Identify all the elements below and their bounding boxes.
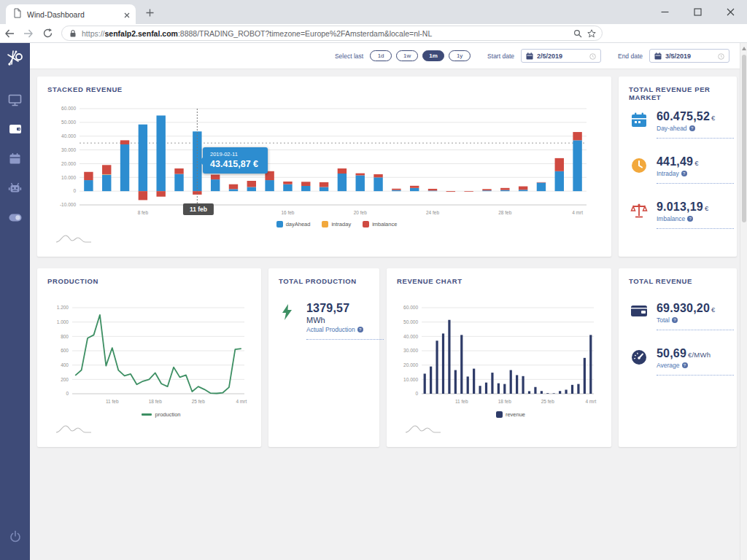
sidebar-item-robot[interactable] [0, 174, 30, 203]
metric-day-ahead: 60.475,52€ Day-ahead [630, 110, 737, 139]
sidebar-item-calendar[interactable] [0, 145, 30, 174]
sidebar-nav [0, 43, 30, 560]
help-icon[interactable] [682, 362, 688, 368]
robot-icon [8, 182, 22, 197]
navigator-sparkline[interactable] [404, 423, 442, 437]
end-date-input[interactable] [649, 49, 729, 63]
window-minimize-button[interactable] [649, 0, 681, 24]
svg-text:30.000: 30.000 [403, 348, 418, 353]
help-icon[interactable] [689, 125, 695, 131]
bolt-icon [280, 302, 299, 340]
svg-text:20.000: 20.000 [61, 161, 76, 166]
chart-legend[interactable]: production [71, 411, 252, 418]
help-icon[interactable] [357, 327, 363, 332]
metric-unit: € [711, 114, 715, 122]
metric-unit: €/MWh [688, 351, 711, 359]
screen: Wind-Dashboard [0, 0, 747, 560]
window-maximize-button[interactable] [681, 0, 714, 24]
metric-unit: € [705, 204, 708, 212]
range-pill-1y[interactable]: 1y [449, 50, 471, 61]
sidebar-item-toggle[interactable] [0, 203, 30, 233]
revenue-chart[interactable]: 60.00050.00040.00030.00020.00010.000011 … [397, 303, 601, 405]
metric-total: 69.930,20€ Total [630, 302, 737, 330]
metric-label: Average [657, 362, 680, 369]
range-pill-1m[interactable]: 1m [422, 50, 444, 61]
refresh-button[interactable] [38, 25, 57, 42]
panel-title: TOTAL REVENUE [629, 277, 692, 285]
navigator-sparkline[interactable] [55, 233, 93, 246]
clock-icon [589, 50, 596, 63]
legend-item[interactable]: intraday [322, 221, 351, 228]
metric-value: 9.013,19 [657, 201, 703, 213]
help-icon[interactable] [687, 216, 693, 222]
start-date-value[interactable] [537, 52, 581, 60]
scrollbar-thumb[interactable] [742, 55, 746, 222]
metric-average: 50,69€/MWh Average [630, 347, 737, 376]
wallet-icon [630, 302, 649, 330]
scrollbar-up-arrow[interactable] [742, 47, 746, 50]
svg-text:20.000: 20.000 [403, 362, 418, 368]
help-icon[interactable] [681, 171, 687, 176]
bookmark-star-icon[interactable] [587, 29, 596, 38]
chart-legend[interactable]: revenue [420, 411, 601, 418]
url-path: :8888/TRADING_ROBOT?timezone=Europe%2FAm… [178, 29, 432, 38]
range-pill-group: 1d 1w 1m 1y [370, 50, 471, 61]
panel-title: STACKED REVENUE [47, 85, 123, 93]
chart-legend[interactable]: dayAheadintradayimbalance [80, 221, 594, 228]
calendar-icon [9, 152, 21, 168]
legend-item[interactable]: production [142, 411, 180, 418]
lock-icon [69, 29, 77, 38]
browser-tab[interactable]: Wind-Dashboard [6, 4, 136, 24]
svg-text:1.200: 1.200 [57, 305, 69, 310]
clock-icon [630, 155, 649, 184]
svg-text:4 mrt: 4 mrt [572, 210, 583, 215]
production-chart[interactable]: 1.2001.000800600400200011 feb18 feb25 fe… [47, 303, 252, 405]
help-icon[interactable] [672, 317, 678, 323]
metric-label: Actual Production [306, 326, 355, 333]
sidebar-item-wallet[interactable] [0, 116, 30, 145]
metric-unit: € [694, 159, 698, 167]
end-date-value[interactable] [665, 52, 709, 60]
panel-title: REVENUE CHART [397, 277, 462, 285]
sidebar-item-monitor[interactable] [0, 87, 30, 116]
page-scrollbar[interactable] [740, 43, 747, 560]
panel-title: PRODUCTION [47, 277, 98, 285]
metric-value: 441,49 [657, 155, 693, 168]
forward-button[interactable] [19, 25, 38, 42]
metric-value: 60.475,52 [657, 110, 710, 122]
clock-icon [718, 50, 724, 63]
dotted-rule [306, 339, 384, 340]
tooltip-date: 2019-02-11 [210, 151, 258, 158]
metric-value: 69.930,20 [657, 302, 710, 314]
back-button[interactable] [0, 25, 19, 42]
tab-close-icon[interactable] [124, 8, 130, 21]
svg-text:4 mrt: 4 mrt [585, 399, 596, 404]
metric-label: Day-ahead [657, 125, 687, 132]
app-logo-icon[interactable] [6, 49, 25, 71]
address-bar[interactable]: https://senfalp2.senfal.com:8888/TRADING… [61, 26, 603, 41]
select-last-label: Select last [335, 52, 363, 60]
calendar-icon [630, 110, 649, 139]
tab-title: Wind-Dashboard [27, 10, 119, 19]
svg-text:18 feb: 18 feb [498, 399, 511, 404]
stacked-revenue-panel: STACKED REVENUE 60.00050.00040.00030.000… [37, 77, 611, 257]
legend-item[interactable]: imbalance [363, 221, 397, 228]
start-date-input[interactable] [521, 49, 601, 63]
navigator-sparkline[interactable] [55, 423, 93, 437]
range-pill-1w[interactable]: 1w [396, 50, 418, 61]
new-tab-button[interactable] [143, 6, 156, 19]
legend-item[interactable]: revenue [496, 411, 525, 418]
stacked-revenue-chart[interactable]: 60.00050.00040.00030.00020.00010.0000-10… [50, 104, 594, 217]
svg-text:1.000: 1.000 [57, 319, 69, 324]
zoom-search-icon[interactable] [573, 29, 582, 38]
svg-text:60.000: 60.000 [61, 106, 76, 111]
window-close-button[interactable] [714, 0, 747, 24]
metric-unit: € [711, 306, 715, 314]
metric-value: 50,69 [657, 347, 686, 359]
range-pill-1d[interactable]: 1d [370, 50, 392, 61]
legend-item[interactable]: dayAhead [276, 221, 311, 228]
sidebar-item-logout[interactable] [0, 524, 30, 553]
panel-title: TOTAL REVENUE PER MARKET [629, 85, 737, 101]
svg-text:10.000: 10.000 [61, 175, 76, 180]
svg-text:0: 0 [415, 391, 418, 396]
